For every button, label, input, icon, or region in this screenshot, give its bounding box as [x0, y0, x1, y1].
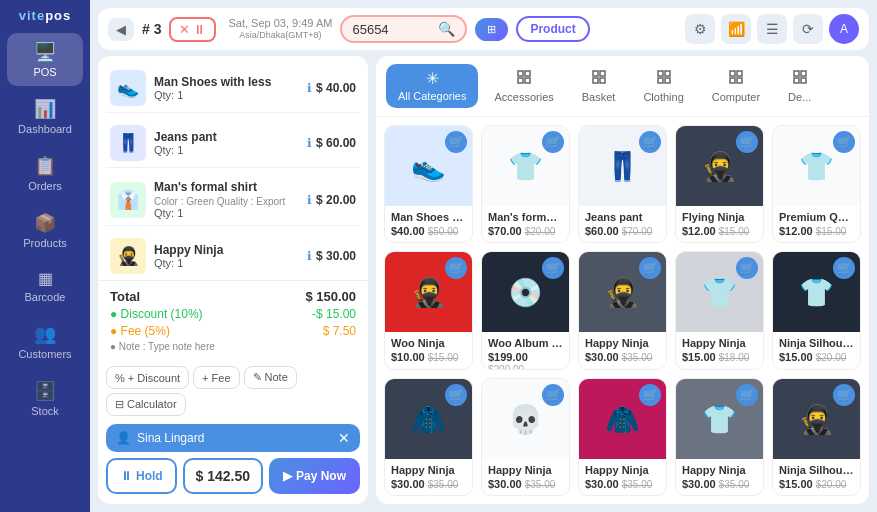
product-original-price: $35.00: [428, 479, 459, 490]
product-card[interactable]: 👕 🛒 Happy Ninja $15.00 $18.00: [675, 251, 764, 370]
product-info: Woo Album #4 $199.00 $200.00: [482, 332, 569, 370]
summary-fee-row: ● Fee (5%) $ 7.50: [110, 324, 356, 338]
add-to-cart-button[interactable]: 🛒: [736, 131, 758, 153]
checkout-bar: ⏸ Hold $ 142.50 ▶ Pay Now: [98, 458, 368, 504]
add-to-cart-button[interactable]: 🛒: [445, 131, 467, 153]
cart-item: 🥷 Happy Ninja Qty: 1 ℹ $ 30.00: [106, 232, 360, 280]
product-name: Premium Qua...: [779, 211, 854, 223]
cancel-button[interactable]: ✕ ⏸: [169, 17, 216, 42]
sidebar-item-orders[interactable]: 📋 Orders: [7, 147, 83, 200]
svg-rect-11: [665, 78, 670, 83]
cart-item-image: 👔: [110, 182, 146, 218]
topbar: ◀ # 3 ✕ ⏸ Sat, Sep 03, 9:49 AM Asia/Dhak…: [98, 8, 869, 50]
logo: vitepos: [19, 8, 72, 23]
product-image-wrap: 👟 🛒: [385, 126, 472, 206]
product-original-price: $20.00: [816, 479, 847, 490]
add-to-cart-button[interactable]: 🛒: [833, 257, 855, 279]
scan-button[interactable]: ⊞: [475, 18, 508, 41]
add-to-cart-button[interactable]: 🛒: [542, 384, 564, 406]
product-card[interactable]: 👕 🛒 Ninja Silhoue... $15.00 $20.00: [772, 251, 861, 370]
pay-now-button[interactable]: ▶ Pay Now: [269, 458, 360, 494]
product-card[interactable]: 👕 🛒 Premium Qua... $12.00 $15.00: [772, 125, 861, 243]
grid-button[interactable]: ☰: [757, 14, 787, 44]
sidebar-item-dashboard[interactable]: 📊 Dashboard: [7, 90, 83, 143]
search-input[interactable]: [352, 22, 432, 37]
cart-item: 👔 Man's formal shirt Color : Green Quali…: [106, 174, 360, 226]
product-card[interactable]: 💿 🛒 Woo Album #4 $199.00 $200.00: [481, 251, 570, 370]
product-card[interactable]: 👕 🛒 Man's formal ... $70.00 $20.00: [481, 125, 570, 243]
product-card[interactable]: 👖 🛒 Jeans pant $60.00 $70.00: [578, 125, 667, 243]
cart-item-price: $ 40.00: [316, 81, 356, 95]
product-image-wrap: 🧥 🛒: [579, 379, 666, 459]
product-original-price: $70.00: [622, 226, 653, 237]
note-row: ● Note : Type note here: [110, 341, 356, 352]
note-button[interactable]: ✎ Note: [244, 366, 297, 389]
svg-rect-2: [518, 78, 523, 83]
cart-item-details: Man's formal shirt Color : Green Quality…: [154, 180, 299, 219]
product-card[interactable]: 🥷 🛒 Ninja Silhoue... $15.00 $20.00: [772, 378, 861, 496]
svg-rect-13: [737, 71, 742, 76]
add-to-cart-button[interactable]: 🛒: [445, 384, 467, 406]
add-to-cart-button[interactable]: 🛒: [542, 131, 564, 153]
datetime: Sat, Sep 03, 9:49 AM Asia/Dhaka(GMT+8): [228, 16, 332, 42]
sidebar-item-pos[interactable]: 🖥️ POS: [7, 33, 83, 86]
products-grid: 👟 🛒 Man Shoes wi... $40.00 $50.00 👕 🛒 Ma…: [376, 117, 869, 504]
add-to-cart-button[interactable]: 🛒: [833, 384, 855, 406]
product-card[interactable]: 🥷 🛒 Woo Ninja $10.00 $15.00: [384, 251, 473, 370]
category-clothing-btn[interactable]: Clothing: [631, 64, 695, 108]
refresh-button[interactable]: ⟳: [793, 14, 823, 44]
products-panel: ✳ All Categories Accessories Basket: [376, 56, 869, 504]
product-info: Happy Ninja $30.00 $35.00: [482, 459, 569, 495]
cart-item-price-wrap: ℹ $ 20.00: [307, 193, 356, 207]
add-to-cart-button[interactable]: 🛒: [639, 257, 661, 279]
hold-button[interactable]: ⏸ Hold: [106, 458, 177, 494]
settings-icon: ⚙: [694, 21, 707, 37]
product-info: Ninja Silhoue... $15.00 $20.00: [773, 459, 860, 495]
add-to-cart-button[interactable]: 🛒: [736, 384, 758, 406]
fee-button[interactable]: + Fee: [193, 366, 239, 389]
product-card[interactable]: 🧥 🛒 Happy Ninja $30.00 $35.00: [578, 378, 667, 496]
product-card[interactable]: 🥷 🛒 Flying Ninja $12.00 $15.00: [675, 125, 764, 243]
sidebar: vitepos 🖥️ POS 📊 Dashboard 📋 Orders 📦 Pr…: [0, 0, 90, 512]
category-accessories-btn[interactable]: Accessories: [482, 64, 565, 108]
sidebar-item-products[interactable]: 📦 Products: [7, 204, 83, 257]
add-to-cart-button[interactable]: 🛒: [639, 384, 661, 406]
hold-icon: ⏸: [120, 469, 132, 483]
calculator-button[interactable]: ⊟ Calculator: [106, 393, 186, 416]
add-to-cart-button[interactable]: 🛒: [833, 131, 855, 153]
sidebar-item-customers[interactable]: 👥 Customers: [7, 315, 83, 368]
add-to-cart-button[interactable]: 🛒: [542, 257, 564, 279]
add-to-cart-button[interactable]: 🛒: [736, 257, 758, 279]
product-card[interactable]: 🥷 🛒 Happy Ninja $30.00 $35.00: [578, 251, 667, 370]
customer-close-button[interactable]: ✕: [338, 430, 350, 446]
cart-item-meta: Color : Green Quality : Export: [154, 196, 299, 207]
add-to-cart-button[interactable]: 🛒: [639, 131, 661, 153]
svg-rect-3: [525, 78, 530, 83]
discount-button[interactable]: % + Discount: [106, 366, 189, 389]
cart-item-qty: Qty: 1: [154, 89, 299, 101]
categories-bar: ✳ All Categories Accessories Basket: [376, 56, 869, 117]
category-computer-btn[interactable]: Computer: [700, 64, 772, 108]
category-more-btn[interactable]: De...: [776, 64, 823, 108]
sidebar-item-stock[interactable]: 🗄️ Stock: [7, 372, 83, 425]
product-info: Happy Ninja $30.00 $35.00: [676, 459, 763, 495]
svg-rect-4: [593, 71, 598, 76]
product-card[interactable]: 💀 🛒 Happy Ninja $30.00 $35.00: [481, 378, 570, 496]
cart-item-details: Happy Ninja Qty: 1: [154, 243, 299, 269]
category-basket-btn[interactable]: Basket: [570, 64, 628, 108]
add-to-cart-button[interactable]: 🛒: [445, 257, 467, 279]
settings-button[interactable]: ⚙: [685, 14, 715, 44]
product-image-wrap: 🧥 🛒: [385, 379, 472, 459]
wifi-button[interactable]: 📶: [721, 14, 751, 44]
product-price: $30.00 $35.00: [585, 478, 660, 490]
scan-icon: ⊞: [487, 23, 496, 36]
sidebar-item-barcode[interactable]: ▦ Barcode: [7, 261, 83, 311]
product-card[interactable]: 👕 🛒 Happy Ninja $30.00 $35.00: [675, 378, 764, 496]
product-card[interactable]: 🧥 🛒 Happy Ninja $30.00 $35.00: [384, 378, 473, 496]
product-name: Man's formal ...: [488, 211, 563, 223]
orders-icon: 📋: [34, 155, 56, 177]
product-card[interactable]: 👟 🛒 Man Shoes wi... $40.00 $50.00: [384, 125, 473, 243]
back-button[interactable]: ◀: [108, 18, 134, 41]
product-image-wrap: 👕 🛒: [482, 126, 569, 206]
category-all-btn[interactable]: ✳ All Categories: [386, 64, 478, 108]
